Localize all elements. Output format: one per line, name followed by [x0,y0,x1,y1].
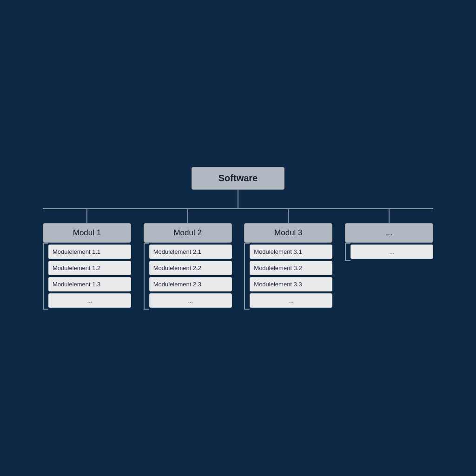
col-connector-module1 [86,209,87,223]
element-item-module1-2: Modulelement 1.3 [48,277,131,291]
element-item-module1-1: Modulelement 1.2 [48,261,131,275]
module-node-module1: Modul 1 [43,223,131,243]
root-label: Software [218,173,258,183]
root-connector [238,190,238,208]
horizontal-line [43,208,433,209]
element-item-module3-1: Modulelement 3.2 [250,261,332,275]
element-item-module2-1: Modulelement 2.2 [149,261,232,275]
column-module4: ...... [345,209,433,261]
bracket-module1 [43,243,48,310]
col-connector-module4 [389,209,390,223]
bracket-module4 [345,243,350,261]
module-node-module4: ... [345,223,433,243]
column-module1: Modul 1Modulelement 1.1Modulelement 1.2M… [43,209,131,310]
bracket-module3 [244,243,250,310]
bracket-module2 [144,243,149,310]
element-item-module1-3: ... [48,293,131,308]
col-connector-module3 [288,209,289,223]
element-item-module2-3: ... [149,293,232,308]
element-item-module4-0: ... [350,245,433,259]
elements-wrapper-module4: ... [345,243,433,261]
element-item-module2-2: Modulelement 2.3 [149,277,232,291]
element-item-module3-0: Modulelement 3.1 [250,245,332,259]
element-item-module1-0: Modulelement 1.1 [48,245,131,259]
element-item-module3-3: ... [250,293,332,308]
col-connector-module2 [187,209,188,223]
elements-list-module2: Modulelement 2.1Modulelement 2.2Modulele… [149,243,232,310]
root-node: Software [192,167,284,190]
element-item-module2-0: Modulelement 2.1 [149,245,232,259]
element-item-module3-2: Modulelement 3.3 [250,277,332,291]
columns-container: Modul 1Modulelement 1.1Modulelement 1.2M… [43,209,433,310]
elements-list-module4: ... [350,243,433,261]
module-node-module3: Modul 3 [244,223,332,243]
column-module2: Modul 2Modulelement 2.1Modulelement 2.2M… [144,209,232,310]
elements-list-module3: Modulelement 3.1Modulelement 3.2Modulele… [250,243,332,310]
diagram: Software Modul 1Modulelement 1.1Modulele… [15,167,461,310]
module-node-module2: Modul 2 [144,223,232,243]
column-module3: Modul 3Modulelement 3.1Modulelement 3.2M… [244,209,332,310]
elements-wrapper-module1: Modulelement 1.1Modulelement 1.2Modulele… [43,243,131,310]
elements-wrapper-module3: Modulelement 3.1Modulelement 3.2Modulele… [244,243,332,310]
elements-list-module1: Modulelement 1.1Modulelement 1.2Modulele… [48,243,131,310]
horizontal-line-wrapper [43,208,433,209]
elements-wrapper-module2: Modulelement 2.1Modulelement 2.2Modulele… [144,243,232,310]
